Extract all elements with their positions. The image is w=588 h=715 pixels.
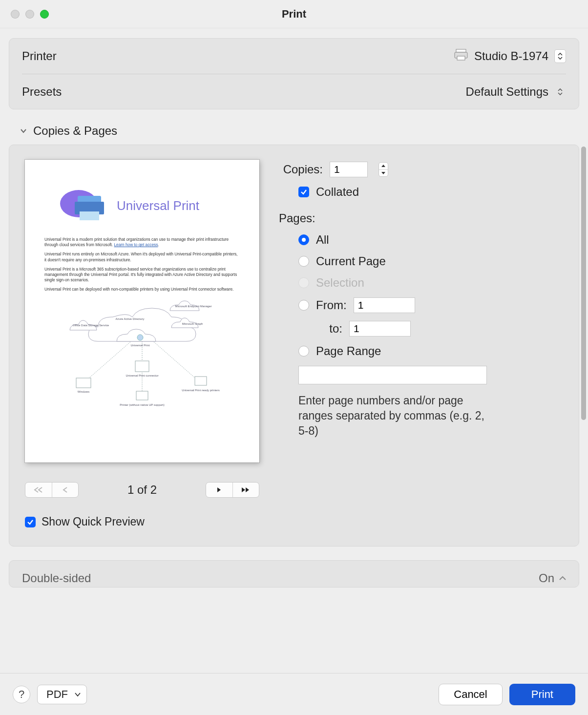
svg-text:Microsoft Endpoint Manager: Microsoft Endpoint Manager bbox=[175, 305, 211, 308]
pager-forward-group bbox=[206, 482, 259, 498]
copies-pages-header[interactable]: Copies & Pages bbox=[9, 109, 579, 145]
page-range-hint: Enter page numbers and/or page ranges se… bbox=[298, 393, 494, 439]
pages-to-input[interactable] bbox=[349, 321, 411, 336]
prev-page-button[interactable] bbox=[52, 483, 78, 497]
svg-rect-23 bbox=[136, 391, 148, 400]
window-title: Print bbox=[0, 8, 588, 21]
doc-hero-title: Universal Print bbox=[117, 198, 199, 213]
next-page-button[interactable] bbox=[206, 483, 232, 497]
printer-presets-panel: Printer Studio B-1974 Presets Default Se… bbox=[9, 38, 579, 109]
section-title: Copies & Pages bbox=[33, 124, 117, 138]
doc-link: Learn how to get access bbox=[114, 242, 158, 247]
collated-row[interactable]: Collated bbox=[298, 185, 563, 199]
svg-text:Azure Active Directory: Azure Active Directory bbox=[115, 317, 144, 320]
copies-pages-form: Copies: Collated Pages: All bbox=[279, 160, 563, 528]
pages-from-input[interactable] bbox=[354, 297, 415, 313]
pager-back-group bbox=[25, 482, 79, 498]
pages-from-row[interactable]: From: bbox=[298, 297, 563, 313]
svg-rect-21 bbox=[195, 377, 207, 385]
svg-rect-0 bbox=[456, 49, 466, 52]
page-range-label: Page Range bbox=[316, 344, 381, 358]
pages-current-radio[interactable] bbox=[298, 256, 309, 267]
svg-rect-17 bbox=[76, 378, 91, 388]
svg-rect-2 bbox=[457, 56, 465, 60]
stepper-down-button[interactable] bbox=[379, 169, 388, 177]
scrollbar[interactable] bbox=[581, 147, 586, 420]
svg-rect-19 bbox=[135, 361, 149, 372]
pages-to-label: to: bbox=[316, 322, 342, 336]
copies-pages-panel: Universal Print Universal Print is a mod… bbox=[9, 145, 579, 547]
pdf-label: PDF bbox=[46, 688, 68, 701]
svg-text:Printer (without native UP sup: Printer (without native UP support) bbox=[120, 403, 165, 406]
svg-text:Windows: Windows bbox=[78, 390, 89, 393]
show-quick-preview-checkbox[interactable] bbox=[25, 517, 36, 527]
svg-text:Universal Print: Universal Print bbox=[130, 344, 149, 347]
double-sided-panel[interactable]: Double-sided On bbox=[9, 560, 579, 588]
titlebar: Print bbox=[0, 0, 588, 28]
pages-from-label: From: bbox=[316, 298, 347, 312]
pages-current-label: Current Page bbox=[316, 254, 386, 268]
pages-all-radio[interactable] bbox=[298, 234, 309, 245]
printer-icon bbox=[454, 48, 468, 64]
pages-selection-row: Selection bbox=[298, 276, 563, 290]
pages-selection-radio bbox=[298, 277, 309, 288]
page-counter: 1 of 2 bbox=[127, 483, 157, 497]
presets-label: Presets bbox=[22, 85, 62, 99]
preview-column: Universal Print Universal Print is a mod… bbox=[25, 160, 259, 528]
copies-stepper[interactable] bbox=[378, 162, 388, 177]
doc-paragraph: Universal Print is a modern print soluti… bbox=[44, 237, 240, 248]
page-range-radio[interactable] bbox=[298, 346, 309, 357]
show-quick-preview-row[interactable]: Show Quick Preview bbox=[25, 515, 145, 528]
doc-paragraph: Universal Print is a Microsoft 365 subsc… bbox=[44, 267, 240, 283]
dialog-footer: ? PDF Cancel Print bbox=[0, 673, 588, 715]
svg-text:Universal Print ready printers: Universal Print ready printers bbox=[182, 389, 219, 392]
double-sided-label: Double-sided bbox=[22, 571, 91, 585]
cancel-button[interactable]: Cancel bbox=[439, 684, 502, 705]
last-page-button[interactable] bbox=[232, 483, 259, 497]
chevron-updown-icon bbox=[554, 85, 566, 99]
help-button[interactable]: ? bbox=[13, 686, 30, 703]
printer-label: Printer bbox=[22, 49, 57, 63]
pages-all-label: All bbox=[316, 233, 329, 247]
double-sided-value: On bbox=[539, 571, 554, 585]
chevron-down-icon bbox=[75, 693, 81, 696]
pages-from-radio[interactable] bbox=[298, 300, 309, 311]
page-range-row[interactable]: Page Range bbox=[298, 344, 563, 358]
first-page-button[interactable] bbox=[25, 483, 52, 497]
svg-point-15 bbox=[137, 335, 143, 340]
collated-label: Collated bbox=[316, 185, 359, 199]
chevron-up-icon bbox=[559, 576, 566, 581]
pages-all-row[interactable]: All bbox=[298, 233, 563, 247]
svg-text:Microsoft Graph: Microsoft Graph bbox=[182, 322, 203, 325]
doc-paragraph: Universal Print can be deployed with non… bbox=[44, 287, 240, 292]
page-preview: Universal Print Universal Print is a mod… bbox=[25, 160, 259, 463]
print-button[interactable]: Print bbox=[509, 684, 575, 705]
chevron-updown-icon bbox=[554, 49, 566, 63]
copies-input[interactable] bbox=[330, 162, 368, 177]
svg-text:Universal Print connector: Universal Print connector bbox=[126, 374, 158, 377]
chevron-down-icon bbox=[20, 127, 27, 135]
pages-selection-label: Selection bbox=[316, 276, 364, 290]
pages-label: Pages: bbox=[279, 211, 315, 225]
presets-value: Default Settings bbox=[466, 85, 548, 99]
printer-popup[interactable]: Studio B-1974 bbox=[454, 48, 566, 64]
page-range-input[interactable] bbox=[298, 366, 487, 384]
svg-rect-6 bbox=[80, 211, 99, 220]
printer-name: Studio B-1974 bbox=[474, 49, 548, 63]
pages-current-row[interactable]: Current Page bbox=[298, 254, 563, 268]
svg-text:Office Data Storage Service: Office Data Storage Service bbox=[73, 324, 109, 327]
doc-paragraph: Universal Print runs entirely on Microso… bbox=[44, 252, 240, 262]
collated-checkbox[interactable] bbox=[298, 187, 309, 197]
universal-print-logo-icon bbox=[59, 186, 108, 225]
doc-diagram: Azure Active Directory Microsoft Endpoin… bbox=[44, 297, 240, 410]
show-quick-preview-label: Show Quick Preview bbox=[42, 515, 145, 528]
stepper-up-button[interactable] bbox=[379, 163, 388, 169]
presets-popup[interactable]: Default Settings bbox=[466, 85, 566, 99]
copies-label: Copies: bbox=[279, 163, 323, 176]
preview-pager: 1 of 2 bbox=[25, 482, 259, 498]
pdf-menu-button[interactable]: PDF bbox=[37, 685, 87, 704]
